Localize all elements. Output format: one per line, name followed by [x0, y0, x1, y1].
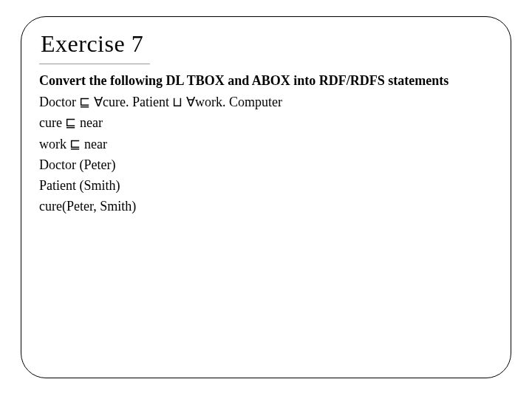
dl-line-6: cure(Peter, Smith) [39, 197, 493, 215]
slide-frame: Exercise 7 Convert the following DL TBOX… [21, 16, 511, 378]
exercise-prompt: Convert the following DL TBOX and ABOX i… [39, 73, 493, 89]
dl-line-2: cure ⊑ near [39, 114, 493, 132]
slide-container: Exercise 7 Convert the following DL TBOX… [0, 0, 532, 399]
dl-line-4: Doctor (Peter) [39, 156, 493, 174]
slide-title: Exercise 7 [41, 30, 493, 58]
dl-line-5: Patient (Smith) [39, 177, 493, 194]
dl-line-1: Doctor ⊑ ∀cure. Patient ⊔ ∀work. Compute… [39, 93, 493, 111]
dl-line-3: work ⊑ near [39, 135, 493, 153]
title-underline [39, 64, 150, 64]
